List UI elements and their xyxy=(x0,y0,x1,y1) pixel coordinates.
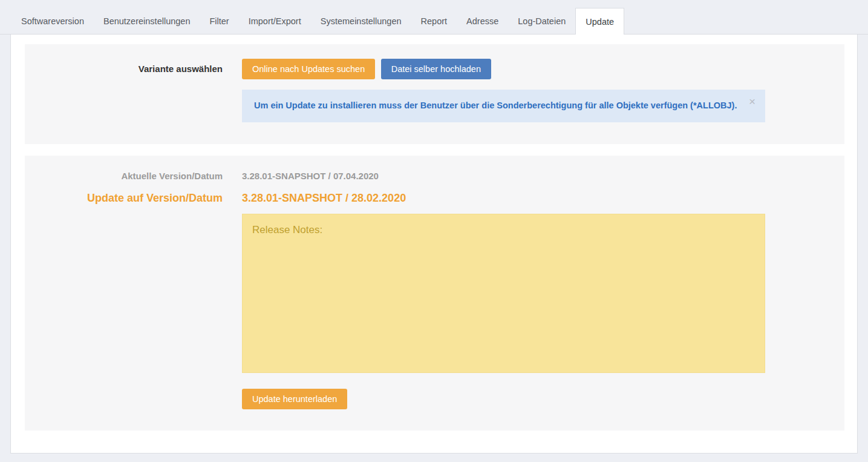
tab-softwareversion[interactable]: Softwareversion xyxy=(11,8,94,34)
tab-benutzereinstellungen[interactable]: Benutzereinstellungen xyxy=(94,8,200,34)
variante-section: Variante auswählen Online nach Updates s… xyxy=(25,44,844,144)
tab-filter[interactable]: Filter xyxy=(200,8,238,34)
tab-log-dateien[interactable]: Log-Dateien xyxy=(508,8,575,34)
release-notes-textarea[interactable]: Release Notes: xyxy=(242,214,765,373)
allobj-info-alert: Um ein Update zu installieren muss der B… xyxy=(242,90,765,122)
current-version-value: 3.28.01-SNAPSHOT / 07.04.2020 xyxy=(242,170,765,182)
variante-label: Variante auswählen xyxy=(139,64,223,74)
settings-tabbar: Softwareversion Benutzereinstellungen Fi… xyxy=(0,0,868,35)
download-update-button[interactable]: Update herunterladen xyxy=(242,389,347,409)
update-version-label: Update auf Version/Datum xyxy=(25,191,242,205)
close-icon[interactable]: × xyxy=(749,96,755,107)
variante-buttons: Online nach Updates suchen Datei selber … xyxy=(242,59,765,79)
current-version-label: Aktuelle Version/Datum xyxy=(25,170,242,182)
tab-import-export[interactable]: Import/Export xyxy=(239,8,311,34)
tab-update[interactable]: Update xyxy=(575,8,624,35)
upload-file-button[interactable]: Datei selber hochladen xyxy=(381,59,491,79)
allobj-info-text: Um ein Update zu installieren muss der B… xyxy=(254,100,737,112)
online-update-search-button[interactable]: Online nach Updates suchen xyxy=(242,59,375,79)
version-section: Aktuelle Version/Datum 3.28.01-SNAPSHOT … xyxy=(25,156,844,431)
update-version-value: 3.28.01-SNAPSHOT / 28.02.2020 xyxy=(242,191,765,205)
tab-adresse[interactable]: Adresse xyxy=(457,8,508,34)
update-panel: Variante auswählen Online nach Updates s… xyxy=(10,35,858,454)
tab-systemeinstellungen[interactable]: Systemeinstellungen xyxy=(311,8,411,34)
tab-report[interactable]: Report xyxy=(411,8,457,34)
